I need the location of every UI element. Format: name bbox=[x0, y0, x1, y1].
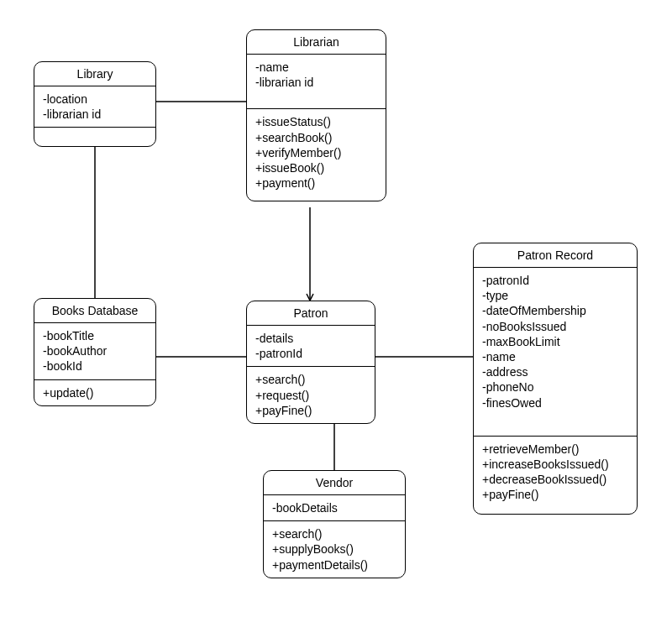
method: +request() bbox=[255, 388, 366, 403]
method: +search() bbox=[255, 372, 366, 387]
uml-class-diagram: Library -location -librarian id Libraria… bbox=[0, 0, 672, 617]
method: +increaseBooksIssued() bbox=[482, 457, 628, 472]
method: +issueStatus() bbox=[255, 114, 377, 129]
class-patron: Patron -details -patronId +search() +req… bbox=[246, 301, 375, 424]
class-patron-record-title: Patron Record bbox=[474, 243, 637, 268]
attr: -name bbox=[482, 349, 628, 364]
attr: -finesOwed bbox=[482, 395, 628, 410]
method: +searchBook() bbox=[255, 130, 377, 145]
class-books-database-title: Books Database bbox=[34, 299, 155, 323]
attr: -dateOfMembership bbox=[482, 303, 628, 318]
method: +supplyBooks() bbox=[272, 541, 396, 557]
attr: -bookId bbox=[43, 358, 147, 374]
class-librarian-methods: +issueStatus() +searchBook() +verifyMemb… bbox=[247, 109, 386, 201]
attr: -bookTitle bbox=[43, 328, 147, 343]
class-librarian-title: Librarian bbox=[247, 30, 386, 55]
attr: -noBooksIssued bbox=[482, 319, 628, 334]
class-patron-title: Patron bbox=[247, 301, 375, 326]
method: +issueBook() bbox=[255, 160, 377, 175]
attr: -maxBookLimit bbox=[482, 334, 628, 349]
class-patron-attributes: -details -patronId bbox=[247, 326, 375, 367]
attr: -bookDetails bbox=[272, 500, 396, 515]
method: +decreaseBookIssued() bbox=[482, 472, 628, 487]
class-books-database-attributes: -bookTitle -bookAuthor -bookId bbox=[34, 323, 155, 380]
class-library-title: Library bbox=[34, 62, 155, 86]
class-vendor: Vendor -bookDetails +search() +supplyBoo… bbox=[263, 470, 406, 578]
class-librarian-attributes: -name -librarian id bbox=[247, 55, 386, 109]
attr: -librarian id bbox=[43, 107, 147, 122]
attr: -type bbox=[482, 288, 628, 303]
class-books-database: Books Database -bookTitle -bookAuthor -b… bbox=[34, 298, 156, 406]
method: +payment() bbox=[255, 175, 377, 191]
method: +update() bbox=[43, 385, 147, 400]
class-patron-record-methods: +retrieveMember() +increaseBooksIssued()… bbox=[474, 437, 637, 515]
class-patron-record: Patron Record -patronId -type -dateOfMem… bbox=[473, 243, 638, 515]
method: +payFine() bbox=[255, 403, 366, 418]
attr: -address bbox=[482, 364, 628, 379]
attr: -librarian id bbox=[255, 75, 377, 90]
attr: -patronId bbox=[255, 346, 366, 361]
class-patron-methods: +search() +request() +payFine() bbox=[247, 367, 375, 423]
attr: -patronId bbox=[482, 273, 628, 288]
class-books-database-methods: +update() bbox=[34, 380, 155, 405]
attr: -bookAuthor bbox=[43, 343, 147, 358]
method: +search() bbox=[272, 526, 396, 541]
attr: -name bbox=[255, 60, 377, 75]
method: +payFine() bbox=[482, 487, 628, 502]
class-patron-record-attributes: -patronId -type -dateOfMembership -noBoo… bbox=[474, 268, 637, 437]
class-vendor-methods: +search() +supplyBooks() +paymentDetails… bbox=[264, 521, 405, 578]
class-library-methods bbox=[34, 128, 155, 146]
class-vendor-attributes: -bookDetails bbox=[264, 495, 405, 521]
class-library-attributes: -location -librarian id bbox=[34, 86, 155, 128]
class-vendor-title: Vendor bbox=[264, 471, 405, 495]
attr: -location bbox=[43, 92, 147, 107]
method: +paymentDetails() bbox=[272, 557, 396, 573]
method: +retrieveMember() bbox=[482, 442, 628, 457]
class-librarian: Librarian -name -librarian id +issueStat… bbox=[246, 29, 386, 201]
class-library: Library -location -librarian id bbox=[34, 61, 156, 147]
attr: -phoneNo bbox=[482, 379, 628, 395]
attr: -details bbox=[255, 331, 366, 346]
method: +verifyMember() bbox=[255, 145, 377, 160]
